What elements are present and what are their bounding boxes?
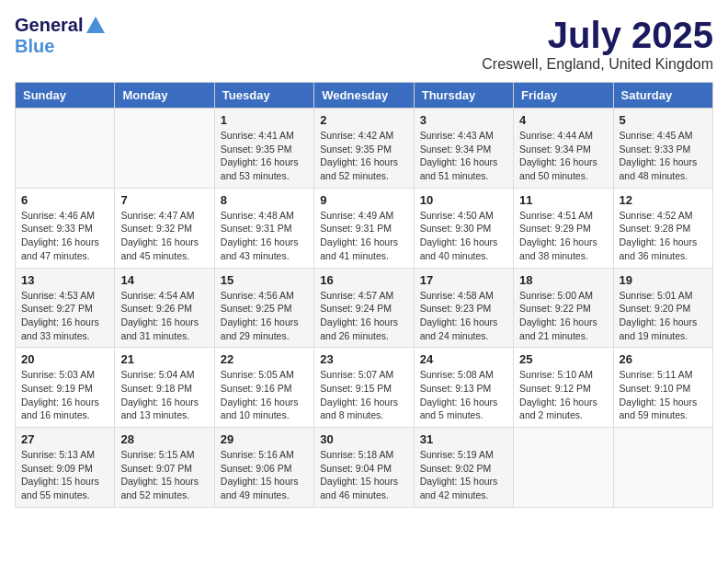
day-number: 31 bbox=[420, 432, 507, 446]
calendar-header-row: SundayMondayTuesdayWednesdayThursdayFrid… bbox=[16, 83, 713, 109]
calendar-cell: 7Sunrise: 4:47 AM Sunset: 9:32 PM Daylig… bbox=[115, 188, 214, 268]
calendar-cell bbox=[613, 428, 712, 508]
day-detail: Sunrise: 5:04 AM Sunset: 9:18 PM Dayligh… bbox=[120, 368, 208, 422]
day-detail: Sunrise: 4:43 AM Sunset: 9:34 PM Dayligh… bbox=[420, 129, 507, 183]
day-number: 3 bbox=[420, 113, 507, 127]
day-detail: Sunrise: 5:10 AM Sunset: 9:12 PM Dayligh… bbox=[519, 368, 607, 422]
day-of-week-header: Friday bbox=[514, 83, 613, 109]
day-of-week-header: Saturday bbox=[613, 83, 712, 109]
day-detail: Sunrise: 4:56 AM Sunset: 9:25 PM Dayligh… bbox=[221, 289, 308, 343]
day-detail: Sunrise: 4:45 AM Sunset: 9:33 PM Dayligh… bbox=[620, 129, 707, 183]
day-number: 7 bbox=[120, 193, 208, 207]
day-detail: Sunrise: 5:07 AM Sunset: 9:15 PM Dayligh… bbox=[320, 368, 407, 422]
day-of-week-header: Monday bbox=[115, 83, 214, 109]
calendar-cell: 26Sunrise: 5:11 AM Sunset: 9:10 PM Dayli… bbox=[613, 348, 712, 428]
day-number: 13 bbox=[21, 273, 108, 287]
calendar-cell: 20Sunrise: 5:03 AM Sunset: 9:19 PM Dayli… bbox=[16, 348, 115, 428]
logo-triangle-icon bbox=[86, 17, 105, 33]
calendar-cell: 15Sunrise: 4:56 AM Sunset: 9:25 PM Dayli… bbox=[214, 268, 313, 348]
day-detail: Sunrise: 4:51 AM Sunset: 9:29 PM Dayligh… bbox=[519, 209, 607, 263]
logo: General Blue bbox=[15, 15, 105, 57]
day-number: 5 bbox=[620, 113, 707, 127]
calendar-cell: 2Sunrise: 4:42 AM Sunset: 9:35 PM Daylig… bbox=[314, 109, 414, 189]
day-number: 30 bbox=[320, 432, 407, 446]
calendar-cell: 18Sunrise: 5:00 AM Sunset: 9:22 PM Dayli… bbox=[514, 268, 613, 348]
day-number: 18 bbox=[519, 273, 607, 287]
day-number: 9 bbox=[320, 193, 407, 207]
day-detail: Sunrise: 4:50 AM Sunset: 9:30 PM Dayligh… bbox=[420, 209, 507, 263]
day-detail: Sunrise: 4:47 AM Sunset: 9:32 PM Dayligh… bbox=[120, 209, 208, 263]
day-detail: Sunrise: 5:08 AM Sunset: 9:13 PM Dayligh… bbox=[420, 368, 507, 422]
day-detail: Sunrise: 5:16 AM Sunset: 9:06 PM Dayligh… bbox=[221, 448, 308, 502]
calendar-cell bbox=[514, 428, 613, 508]
day-of-week-header: Sunday bbox=[16, 83, 115, 109]
day-detail: Sunrise: 4:48 AM Sunset: 9:31 PM Dayligh… bbox=[221, 209, 308, 263]
calendar-cell: 13Sunrise: 4:53 AM Sunset: 9:27 PM Dayli… bbox=[16, 268, 115, 348]
day-number: 21 bbox=[120, 352, 208, 366]
page-header: General Blue July 2025 Creswell, England… bbox=[15, 15, 713, 73]
calendar-cell: 29Sunrise: 5:16 AM Sunset: 9:06 PM Dayli… bbox=[214, 428, 313, 508]
calendar-week-row: 13Sunrise: 4:53 AM Sunset: 9:27 PM Dayli… bbox=[16, 268, 713, 348]
day-detail: Sunrise: 4:46 AM Sunset: 9:33 PM Dayligh… bbox=[21, 209, 108, 263]
calendar-week-row: 6Sunrise: 4:46 AM Sunset: 9:33 PM Daylig… bbox=[16, 188, 713, 268]
calendar-cell: 14Sunrise: 4:54 AM Sunset: 9:26 PM Dayli… bbox=[115, 268, 214, 348]
calendar-cell: 23Sunrise: 5:07 AM Sunset: 9:15 PM Dayli… bbox=[314, 348, 414, 428]
day-detail: Sunrise: 4:42 AM Sunset: 9:35 PM Dayligh… bbox=[320, 129, 407, 183]
calendar-cell: 21Sunrise: 5:04 AM Sunset: 9:18 PM Dayli… bbox=[115, 348, 214, 428]
day-detail: Sunrise: 5:11 AM Sunset: 9:10 PM Dayligh… bbox=[620, 368, 707, 422]
calendar-cell bbox=[16, 109, 115, 189]
location-subtitle: Creswell, England, United Kingdom bbox=[482, 56, 713, 73]
calendar-cell: 8Sunrise: 4:48 AM Sunset: 9:31 PM Daylig… bbox=[214, 188, 313, 268]
calendar-cell: 10Sunrise: 4:50 AM Sunset: 9:30 PM Dayli… bbox=[414, 188, 513, 268]
day-detail: Sunrise: 4:44 AM Sunset: 9:34 PM Dayligh… bbox=[519, 129, 607, 183]
day-of-week-header: Thursday bbox=[414, 83, 513, 109]
day-number: 11 bbox=[519, 193, 607, 207]
day-number: 2 bbox=[320, 113, 407, 127]
day-of-week-header: Wednesday bbox=[314, 83, 414, 109]
day-number: 28 bbox=[120, 432, 208, 446]
day-number: 29 bbox=[221, 432, 308, 446]
calendar-week-row: 1Sunrise: 4:41 AM Sunset: 9:35 PM Daylig… bbox=[16, 109, 713, 189]
day-number: 1 bbox=[221, 113, 308, 127]
day-number: 20 bbox=[21, 352, 108, 366]
calendar-cell: 12Sunrise: 4:52 AM Sunset: 9:28 PM Dayli… bbox=[613, 188, 712, 268]
day-detail: Sunrise: 5:15 AM Sunset: 9:07 PM Dayligh… bbox=[120, 448, 208, 502]
day-number: 26 bbox=[620, 352, 707, 366]
day-detail: Sunrise: 4:53 AM Sunset: 9:27 PM Dayligh… bbox=[21, 289, 108, 343]
day-detail: Sunrise: 5:00 AM Sunset: 9:22 PM Dayligh… bbox=[519, 289, 607, 343]
day-detail: Sunrise: 4:52 AM Sunset: 9:28 PM Dayligh… bbox=[620, 209, 707, 263]
day-number: 14 bbox=[120, 273, 208, 287]
logo-blue: Blue bbox=[15, 36, 54, 57]
day-number: 24 bbox=[420, 352, 507, 366]
day-number: 15 bbox=[221, 273, 308, 287]
day-number: 27 bbox=[21, 432, 108, 446]
calendar-table: SundayMondayTuesdayWednesdayThursdayFrid… bbox=[15, 82, 713, 508]
day-detail: Sunrise: 5:13 AM Sunset: 9:09 PM Dayligh… bbox=[21, 448, 108, 502]
day-number: 23 bbox=[320, 352, 407, 366]
day-detail: Sunrise: 4:58 AM Sunset: 9:23 PM Dayligh… bbox=[420, 289, 507, 343]
calendar-cell: 25Sunrise: 5:10 AM Sunset: 9:12 PM Dayli… bbox=[514, 348, 613, 428]
day-number: 17 bbox=[420, 273, 507, 287]
calendar-cell: 5Sunrise: 4:45 AM Sunset: 9:33 PM Daylig… bbox=[613, 109, 712, 189]
day-detail: Sunrise: 5:05 AM Sunset: 9:16 PM Dayligh… bbox=[221, 368, 308, 422]
day-number: 22 bbox=[221, 352, 308, 366]
day-of-week-header: Tuesday bbox=[214, 83, 313, 109]
day-number: 16 bbox=[320, 273, 407, 287]
calendar-cell: 4Sunrise: 4:44 AM Sunset: 9:34 PM Daylig… bbox=[514, 109, 613, 189]
calendar-cell: 24Sunrise: 5:08 AM Sunset: 9:13 PM Dayli… bbox=[414, 348, 513, 428]
day-number: 4 bbox=[519, 113, 607, 127]
calendar-cell: 31Sunrise: 5:19 AM Sunset: 9:02 PM Dayli… bbox=[414, 428, 513, 508]
day-number: 19 bbox=[620, 273, 707, 287]
month-year-title: July 2025 bbox=[482, 15, 713, 56]
calendar-cell: 27Sunrise: 5:13 AM Sunset: 9:09 PM Dayli… bbox=[16, 428, 115, 508]
calendar-cell: 1Sunrise: 4:41 AM Sunset: 9:35 PM Daylig… bbox=[214, 109, 313, 189]
calendar-cell: 17Sunrise: 4:58 AM Sunset: 9:23 PM Dayli… bbox=[414, 268, 513, 348]
calendar-cell: 30Sunrise: 5:18 AM Sunset: 9:04 PM Dayli… bbox=[314, 428, 414, 508]
day-number: 10 bbox=[420, 193, 507, 207]
day-number: 6 bbox=[21, 193, 108, 207]
day-detail: Sunrise: 5:19 AM Sunset: 9:02 PM Dayligh… bbox=[420, 448, 507, 502]
day-number: 8 bbox=[221, 193, 308, 207]
calendar-cell: 9Sunrise: 4:49 AM Sunset: 9:31 PM Daylig… bbox=[314, 188, 414, 268]
title-block: July 2025 Creswell, England, United King… bbox=[482, 15, 713, 73]
calendar-cell: 3Sunrise: 4:43 AM Sunset: 9:34 PM Daylig… bbox=[414, 109, 513, 189]
